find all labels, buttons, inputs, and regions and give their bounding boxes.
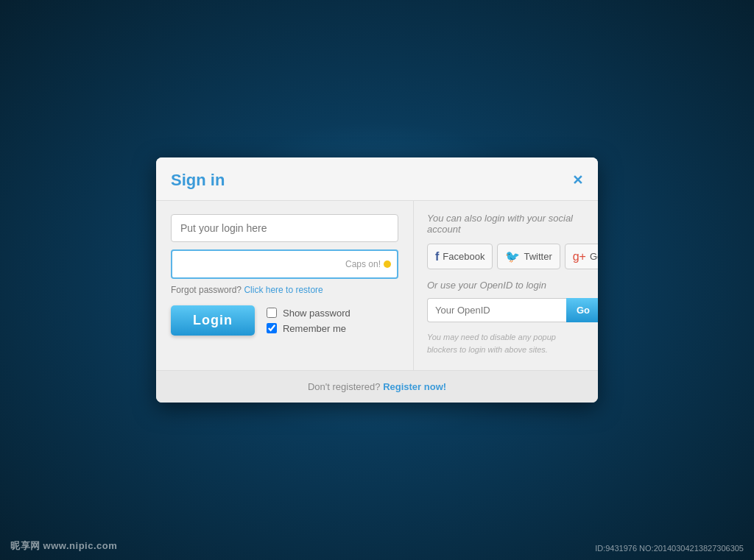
caps-indicator: Caps on!: [345, 259, 391, 269]
forgot-password-link[interactable]: Click here to restore: [244, 285, 323, 295]
modal-header: Sign in ✕: [156, 157, 598, 201]
watermark-right: ID:9431976 NO:20140304213827306305: [595, 544, 744, 553]
watermark-left: 昵享网 www.nipic.com: [10, 539, 117, 553]
openid-input[interactable]: [427, 298, 566, 322]
popup-note: You may need to disable any popup blocke…: [427, 331, 585, 355]
caps-label: Caps on!: [345, 259, 381, 269]
forgot-password-row: Forgot password? Click here to restore: [171, 285, 398, 295]
show-password-row[interactable]: Show password: [267, 308, 350, 319]
left-panel: Caps on! Forgot password? Click here to …: [156, 201, 414, 370]
right-panel: You can also login with your social acco…: [414, 201, 598, 370]
signin-modal: Sign in ✕ Caps on! Forgot password? Clic…: [156, 157, 598, 403]
openid-row: Go: [427, 298, 585, 322]
forgot-prefix: Forgot password?: [171, 285, 242, 295]
checkboxes: Show password Remember me: [267, 308, 350, 334]
google-icon: g+: [573, 250, 586, 263]
remember-me-checkbox[interactable]: [267, 323, 277, 333]
show-password-checkbox[interactable]: [267, 308, 277, 318]
google-button[interactable]: g+ Google: [565, 244, 598, 269]
login-input[interactable]: [171, 214, 398, 242]
close-button[interactable]: ✕: [572, 174, 583, 187]
facebook-button[interactable]: f Facebook: [427, 244, 493, 269]
show-password-label: Show password: [283, 308, 350, 319]
password-wrapper: Caps on!: [171, 249, 398, 279]
footer-prefix: Don't registered?: [308, 381, 381, 392]
login-button[interactable]: Login: [171, 305, 255, 336]
modal-title: Sign in: [171, 171, 225, 190]
remember-me-label: Remember me: [283, 323, 346, 334]
remember-me-row[interactable]: Remember me: [267, 323, 350, 334]
register-link[interactable]: Register now!: [383, 381, 446, 392]
login-row: Login Show password Remember me: [171, 305, 398, 336]
google-label: Google: [590, 251, 598, 262]
twitter-label: Twitter: [524, 251, 552, 262]
modal-footer: Don't registered? Register now!: [156, 370, 598, 403]
caps-dot: [384, 260, 391, 268]
go-button[interactable]: Go: [566, 298, 598, 322]
social-title: You can also login with your social acco…: [427, 213, 585, 235]
social-buttons: f Facebook 🐦 Twitter g+ Google: [427, 244, 585, 269]
facebook-label: Facebook: [443, 251, 485, 262]
openid-title: Or use your OpenID to login: [427, 280, 585, 291]
twitter-button[interactable]: 🐦 Twitter: [497, 244, 560, 269]
twitter-icon: 🐦: [505, 249, 520, 263]
modal-body: Caps on! Forgot password? Click here to …: [156, 201, 598, 370]
facebook-icon: f: [435, 250, 439, 263]
